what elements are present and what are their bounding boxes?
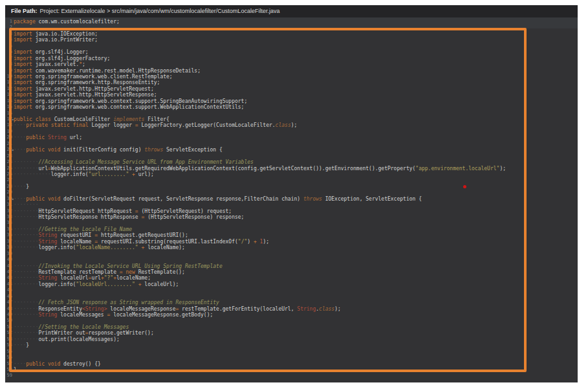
line-number: 35: [5, 227, 12, 232]
whitespace-dots: ········: [14, 227, 39, 232]
line-number: 34: [5, 220, 12, 226]
line-number: 42: [5, 269, 12, 275]
line-number: 58: [5, 367, 12, 373]
whitespace-dots: ········: [14, 306, 39, 312]
line-number: 10: [5, 74, 12, 80]
code-area[interactable]: 1package com.wm.customlocalefilter;23imp…: [5, 17, 578, 382]
line-number: 19: [5, 129, 12, 135]
code-line: 41········//Invoking the Locale Service …: [5, 263, 578, 269]
line-number: 14: [5, 98, 12, 104]
line-number: 21: [5, 141, 12, 147]
code-line: 56: [5, 355, 578, 360]
fold-arrow-icon[interactable]: ▾: [12, 116, 14, 122]
code-line: 54····}: [5, 342, 578, 348]
line-number: 28: [5, 184, 12, 190]
line-number: 32: [5, 208, 12, 214]
code-line: 48········ResponseEntity<String> localeM…: [5, 306, 578, 312]
line-number: 38: [5, 245, 12, 250]
code-line: 35········//Getting the Locale File Name: [5, 227, 578, 232]
line-number: 37: [5, 239, 12, 245]
line-number: 56: [5, 355, 12, 360]
line-number: 8: [5, 61, 12, 67]
code-line: 11import org.springframework.http.Respon…: [5, 80, 578, 85]
code-line: 51········//Setting the Locale Messages: [5, 324, 578, 330]
line-number: 44: [5, 282, 12, 287]
code-line: 1package com.wm.customlocalefilter;: [5, 19, 578, 25]
code-line: 49········String localeMessages = locale…: [5, 312, 578, 318]
whitespace-dots: ········: [14, 324, 39, 330]
line-number: 45: [5, 287, 12, 293]
code-line: 9import com.wavemaker.runtime.rest.model…: [5, 68, 578, 74]
whitespace-dots: ········: [14, 232, 39, 238]
line-number: 3: [5, 31, 12, 37]
code-line: 44········logger.info("localeUrl........…: [5, 282, 578, 287]
line-number: 27: [5, 177, 12, 183]
code-line: 4import java.io.PrintWriter;: [5, 37, 578, 43]
whitespace-dots: ········: [14, 239, 39, 245]
code-line: 14import org.springframework.web.context…: [5, 98, 578, 104]
code-line: 6import org.slf4j.Logger;: [5, 49, 578, 55]
line-number: 53: [5, 337, 12, 342]
code-line: 20····public String url;: [5, 135, 578, 140]
code-line: 15import org.springframework.web.context…: [5, 104, 578, 110]
line-number: 24: [5, 159, 12, 165]
line-number: 5: [5, 43, 12, 49]
code-line: 24········//Accessing Locale Message Ser…: [5, 159, 578, 165]
code-line: 17▾public class CustomLocaleFilter imple…: [5, 116, 578, 122]
whitespace-dots: ········: [14, 337, 39, 342]
code-line: 36········String requestURI = httpReques…: [5, 232, 578, 238]
code-line: 25········url=WebApplicationContextUtils…: [5, 166, 578, 171]
code-line: 23: [5, 153, 578, 159]
code-line: 2: [5, 25, 578, 30]
code-line: 34: [5, 220, 578, 226]
annotation-red-dot-icon: [463, 185, 466, 188]
code-line: 27: [5, 177, 578, 183]
line-number: 16: [5, 111, 12, 116]
line-number: 52: [5, 330, 12, 336]
line-number: 49: [5, 312, 12, 318]
whitespace-dots: ········: [14, 214, 39, 220]
code-line: 55: [5, 349, 578, 355]
line-number: 51: [5, 324, 12, 330]
code-line: 47········// Fetch JSON response as Stri…: [5, 300, 578, 305]
fold-arrow-icon[interactable]: ▾: [12, 147, 14, 153]
code-line: 59: [5, 373, 578, 379]
code-line: 46: [5, 294, 578, 300]
file-path-label: File Path:: [11, 8, 38, 14]
file-path-value: Project: Externalizelocale > src/main/ja…: [40, 8, 280, 14]
code-line: 28····}: [5, 184, 578, 190]
code-line: 22▾····public void init(FilterConfig con…: [5, 147, 578, 153]
code-line: 32········HttpServletRequest httpRequest…: [5, 208, 578, 214]
code-line: 53········out.print(localeMessages);: [5, 337, 578, 342]
code-line: 16: [5, 111, 578, 116]
line-number: 29: [5, 190, 12, 195]
code-line: 13import javax.servlet.http.HttpServletR…: [5, 92, 578, 98]
code-line: 8import javax.servlet.*;: [5, 61, 578, 67]
line-number: 23: [5, 153, 12, 159]
code-line: 12import javax.servlet.http.HttpServletR…: [5, 86, 578, 92]
code-line: 26············logger.info("url........" …: [5, 171, 578, 177]
line-number: 55: [5, 349, 12, 355]
code-line: 45: [5, 287, 578, 293]
line-number: 48: [5, 306, 12, 312]
whitespace-dots: ········: [14, 263, 39, 269]
whitespace-dots: ········: [14, 208, 39, 214]
line-number: 9: [5, 68, 12, 74]
whitespace-dots: ····: [14, 361, 26, 367]
line-number: 20: [5, 135, 12, 140]
line-number: 59: [5, 373, 12, 379]
line-number: 15: [5, 104, 12, 110]
code-line: 31········: [5, 202, 578, 208]
whitespace-dots: ············: [14, 171, 51, 177]
fold-arrow-icon[interactable]: ▾: [12, 196, 14, 202]
code-line: 58}: [5, 367, 578, 373]
line-number: 54: [5, 342, 12, 348]
code-line: 3import java.io.IOException;: [5, 31, 578, 37]
line-number: 39: [5, 251, 12, 257]
code-line: 18····private static final Logger logger…: [5, 122, 578, 128]
code-line: 52········PrintWriter out=response.getWr…: [5, 330, 578, 336]
whitespace-dots: ········: [14, 159, 39, 165]
line-number: 6: [5, 49, 12, 55]
line-number: 33: [5, 214, 12, 220]
code-line: 40: [5, 257, 578, 263]
